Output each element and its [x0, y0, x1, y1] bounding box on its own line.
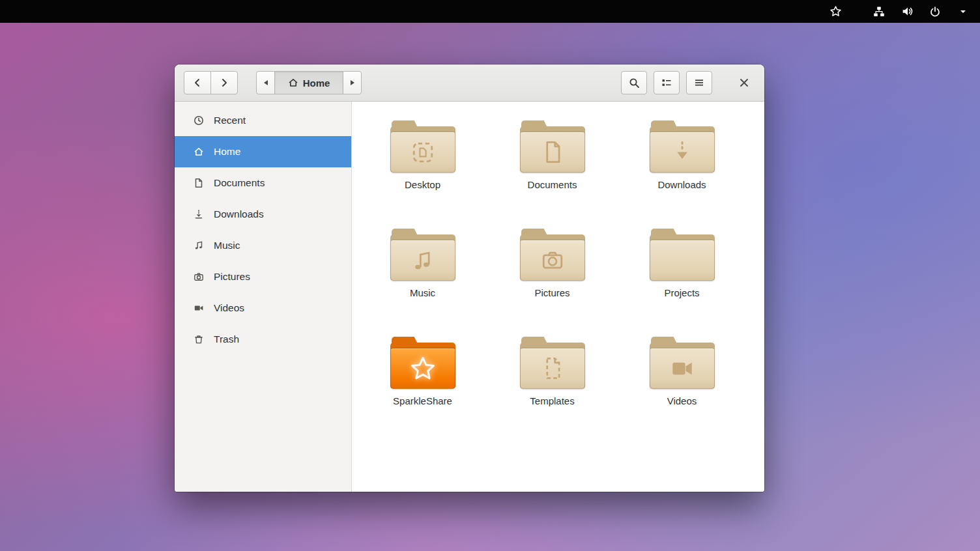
sidebar-item-videos[interactable]: Videos: [175, 292, 351, 324]
home-icon: [288, 78, 298, 88]
volume-icon[interactable]: [899, 4, 915, 20]
back-button[interactable]: [184, 71, 211, 94]
path-scroll-right-button[interactable]: [343, 71, 362, 94]
home-icon: [194, 147, 204, 157]
folder-tile-videos[interactable]: Videos: [617, 337, 747, 445]
sidebar-item-recent[interactable]: Recent: [175, 105, 351, 136]
folder-tile-desktop[interactable]: Desktop: [358, 120, 487, 229]
file-name: Projects: [664, 287, 699, 298]
file-name: Videos: [667, 395, 697, 406]
hamburger-menu-icon: [694, 78, 704, 88]
file-name: Documents: [528, 179, 577, 190]
sidebar-item-label: Documents: [214, 177, 265, 189]
history-nav-group: [184, 71, 238, 94]
list-view-icon: [661, 78, 672, 88]
network-icon[interactable]: [871, 4, 887, 20]
sidebar-item-music[interactable]: Music: [175, 230, 351, 261]
sidebar-item-documents[interactable]: Documents: [175, 167, 351, 199]
download-emblem-icon: [668, 138, 697, 167]
folder-icon: [650, 120, 715, 173]
window-body: Recent Home Documents Downloads Music Pi…: [175, 102, 764, 492]
triangle-left-icon: [263, 79, 269, 86]
camera-icon: [194, 272, 204, 282]
folder-icon: [520, 337, 585, 389]
folder-tile-music[interactable]: Music: [358, 229, 487, 337]
music-emblem-icon: [409, 246, 437, 275]
sidebar-item-label: Recent: [214, 115, 246, 126]
search-button[interactable]: [621, 71, 647, 94]
document-emblem-icon: [538, 138, 567, 167]
triangle-right-icon: [349, 79, 356, 86]
sidebar-item-downloads[interactable]: Downloads: [175, 199, 351, 230]
places-sidebar: Recent Home Documents Downloads Music Pi…: [175, 102, 352, 492]
path-current-label: Home: [303, 78, 330, 89]
window-close-button[interactable]: [733, 72, 755, 94]
download-icon: [194, 209, 204, 219]
sidebar-item-label: Home: [214, 146, 240, 158]
favorites-star-icon[interactable]: [828, 4, 843, 20]
trash-icon: [194, 334, 204, 345]
file-name: Pictures: [534, 287, 569, 298]
sidebar-item-label: Pictures: [214, 271, 250, 283]
folder-tile-projects[interactable]: Projects: [617, 229, 747, 337]
menu-button[interactable]: [686, 71, 712, 94]
forward-button[interactable]: [210, 71, 238, 94]
sidebar-item-pictures[interactable]: Pictures: [175, 261, 351, 292]
video-icon: [194, 303, 204, 313]
path-scroll-left-button[interactable]: [256, 71, 275, 94]
folder-tile-downloads[interactable]: Downloads: [617, 120, 747, 229]
folder-tile-pictures[interactable]: Pictures: [487, 229, 617, 337]
file-name: Templates: [530, 395, 574, 406]
sidebar-item-label: Music: [214, 240, 240, 251]
header-bar: Home: [175, 64, 764, 102]
folder-tile-sparkleshare[interactable]: SparkleShare: [358, 337, 487, 445]
folder-tile-documents[interactable]: Documents: [487, 120, 617, 229]
clock-icon: [194, 115, 204, 126]
close-icon: [739, 78, 749, 88]
document-icon: [194, 178, 204, 188]
files-window: Home Recent: [175, 64, 764, 492]
sidebar-item-label: Downloads: [214, 208, 264, 220]
file-name: Downloads: [657, 179, 706, 190]
sidebar-item-home[interactable]: Home: [175, 136, 351, 167]
folder-icon: [520, 120, 585, 173]
view-toggle-button[interactable]: [654, 71, 680, 94]
folder-icon: [390, 229, 455, 281]
power-icon[interactable]: [927, 4, 943, 20]
sidebar-item-trash[interactable]: Trash: [175, 324, 351, 355]
file-name: Desktop: [405, 179, 440, 190]
folder-icon: [520, 229, 585, 281]
camera-emblem-icon: [538, 246, 567, 275]
sidebar-item-label: Trash: [214, 333, 239, 345]
file-name: SparkleShare: [393, 395, 452, 406]
path-bar: Home: [256, 71, 362, 94]
file-name: Music: [410, 287, 435, 298]
chevron-right-icon: [219, 78, 229, 88]
star-emblem-icon: [408, 354, 438, 384]
path-home-button[interactable]: Home: [274, 71, 343, 94]
chevron-down-icon[interactable]: [955, 4, 971, 20]
sidebar-item-label: Videos: [214, 302, 244, 314]
folder-icon: [390, 337, 455, 389]
header-actions: [621, 71, 755, 94]
template-emblem-icon: [538, 354, 567, 383]
video-emblem-icon: [668, 354, 697, 383]
file-view: Desktop Documents Downloads: [352, 102, 764, 492]
folder-icon: [650, 337, 715, 389]
folder-icon: [650, 229, 715, 281]
search-icon: [629, 78, 640, 89]
folder-icon: [390, 120, 455, 173]
desktop-emblem-icon: [409, 138, 437, 167]
file-grid: Desktop Documents Downloads: [352, 102, 764, 445]
chevron-left-icon: [192, 78, 203, 88]
music-icon: [194, 240, 204, 251]
folder-tile-templates[interactable]: Templates: [487, 337, 617, 445]
shell-top-bar: [0, 0, 980, 23]
